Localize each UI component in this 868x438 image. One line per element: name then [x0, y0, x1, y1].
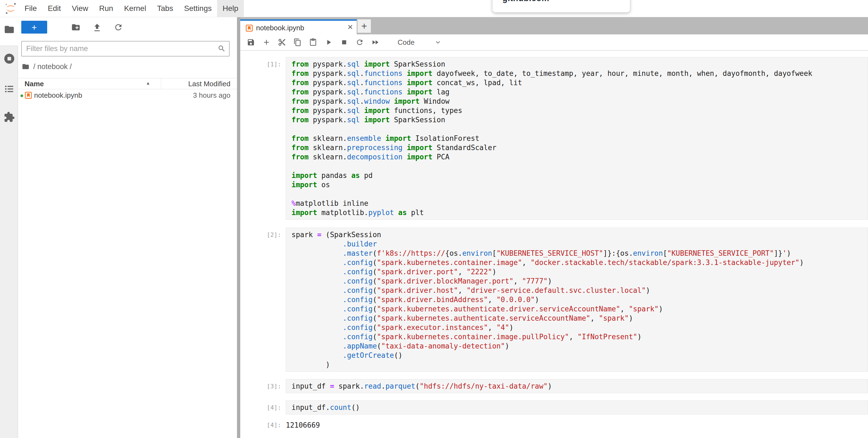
refresh-file-list-icon[interactable]	[114, 23, 123, 32]
code-line: .config("spark.kubernetes.container.imag…	[291, 258, 868, 267]
panel-splitter[interactable]	[237, 17, 240, 438]
notebook-toolbar: Code	[240, 34, 868, 51]
new-launcher-button[interactable]: +	[21, 21, 47, 34]
main-area: notebook.ipynb × +	[240, 17, 868, 438]
menu-view[interactable]: View	[66, 0, 94, 17]
notebook-cells: [1]:from pyspark.sql import SparkSession…	[240, 51, 868, 438]
active-tab-accent	[240, 19, 357, 21]
code-line: .config("spark.driver.blockManager.port"…	[291, 276, 868, 286]
code-editor[interactable]: input_df.count()	[286, 400, 868, 414]
notebook-file-icon	[24, 91, 32, 99]
code-line: import os	[291, 180, 868, 189]
tab-bar: notebook.ipynb × +	[240, 17, 868, 34]
close-tab-icon[interactable]: ×	[347, 22, 353, 32]
tab-notebook[interactable]: notebook.ipynb ×	[240, 19, 357, 34]
code-line: from sklearn.decomposition import PCA	[291, 152, 868, 162]
menu-help[interactable]: Help	[217, 0, 244, 17]
file-list-item[interactable]: notebook.ipynb 3 hours ago	[18, 89, 237, 102]
menu-tabs[interactable]: Tabs	[152, 0, 179, 17]
code-line: spark = (SparkSession	[291, 230, 868, 239]
code-editor[interactable]: from pyspark.sql import SparkSessionfrom…	[286, 57, 868, 220]
code-line: .config("spark.driver.host", "driver-ser…	[291, 286, 868, 295]
code-cell[interactable]: [1]:from pyspark.sql import SparkSession…	[240, 57, 868, 220]
upload-icon[interactable]	[92, 23, 102, 32]
output-area: [4]:12106669	[240, 418, 868, 430]
popup-url-text: github.com	[502, 0, 549, 3]
code-line: from pyspark.sql import SparkSession	[291, 59, 868, 69]
code-line: .builder	[291, 239, 868, 249]
code-line	[291, 124, 868, 134]
code-editor[interactable]: input_df = spark.read.parquet("hdfs://hd…	[286, 379, 868, 393]
code-line: from pyspark.sql.functions import dayofw…	[291, 69, 868, 78]
execution-prompt: [2]:	[240, 228, 286, 372]
cut-cells-icon[interactable]	[278, 38, 286, 47]
menu-items: File Edit View Run Kernel Tabs Settings …	[19, 0, 244, 17]
code-cell[interactable]: [4]:input_df.count()	[240, 400, 868, 414]
home-folder-icon[interactable]	[22, 63, 29, 70]
search-icon	[218, 45, 226, 53]
save-icon[interactable]	[247, 38, 255, 47]
code-line: .config("spark.executor.instances", "4")	[291, 323, 868, 332]
breadcrumb: / notebook /	[18, 61, 237, 72]
code-line: import pandas as pd	[291, 171, 868, 180]
code-line: .getOrCreate()	[291, 351, 868, 360]
code-line: .master(f'k8s://https://{os.environ["KUB…	[291, 249, 868, 258]
running-kernels-icon[interactable]	[3, 53, 15, 65]
code-line: from pyspark.sql.window import Window	[291, 97, 868, 106]
new-tab-button[interactable]: +	[358, 19, 371, 33]
code-line: .appName("taxi-data-anomaly-detection")	[291, 341, 868, 351]
code-line: .config("spark.kubernetes.container.imag…	[291, 332, 868, 341]
file-browser-icon[interactable]	[4, 24, 15, 35]
kernel-running-dot	[21, 94, 23, 97]
menu-kernel[interactable]: Kernel	[119, 0, 152, 17]
column-header-last-modified[interactable]: Last Modified	[188, 80, 230, 88]
interrupt-kernel-icon[interactable]	[340, 38, 348, 47]
file-name: notebook.ipynb	[34, 91, 82, 99]
new-folder-icon[interactable]	[71, 23, 81, 32]
filter-files-wrap	[21, 41, 229, 57]
sort-ascending-icon[interactable]: ▲	[146, 81, 150, 86]
table-of-contents-icon[interactable]	[4, 84, 14, 94]
add-cell-icon[interactable]	[262, 38, 271, 47]
code-line: input_df.count()	[291, 403, 868, 412]
output-prompt: [4]:	[240, 418, 286, 430]
menu-edit[interactable]: Edit	[42, 0, 66, 17]
code-editor[interactable]: spark = (SparkSession .builder .master(f…	[286, 228, 868, 372]
restart-run-all-icon[interactable]	[371, 38, 379, 47]
code-line: from pyspark.sql import SparkSession	[291, 115, 868, 124]
menu-settings[interactable]: Settings	[179, 0, 217, 17]
paste-cells-icon[interactable]	[309, 38, 317, 47]
cell-type-select[interactable]: Code	[398, 38, 414, 47]
extension-manager-icon[interactable]	[4, 111, 15, 123]
code-line: from pyspark.sql.functions import concat…	[291, 78, 868, 87]
column-header-name[interactable]: Name	[25, 80, 44, 88]
filter-files-input[interactable]	[21, 41, 229, 57]
code-line: .config("spark.kubernetes.authenticate.s…	[291, 314, 868, 323]
code-cell[interactable]: [2]:spark = (SparkSession .builder .mast…	[240, 228, 868, 372]
menu-run[interactable]: Run	[94, 0, 119, 17]
browser-popup: github.com	[492, 0, 630, 12]
menu-bar: File Edit View Run Kernel Tabs Settings …	[0, 0, 868, 17]
code-line: from pyspark.sql.functions import lag	[291, 87, 868, 97]
run-cell-icon[interactable]	[324, 38, 333, 47]
chevron-down-icon[interactable]	[434, 39, 441, 46]
menu-file[interactable]: File	[19, 0, 42, 17]
left-activity-bar	[0, 17, 18, 438]
code-cell[interactable]: [3]:input_df = spark.read.parquet("hdfs:…	[240, 379, 868, 393]
breadcrumb-path[interactable]: / notebook /	[33, 62, 72, 71]
code-line: from sklearn.preprocessing import Standa…	[291, 143, 868, 152]
execution-prompt: [4]:	[240, 400, 286, 414]
file-list-header: Name ▲ Last Modified	[18, 78, 237, 89]
restart-kernel-icon[interactable]	[355, 38, 364, 47]
file-browser-panel: + / notebook / Name ▲	[18, 17, 237, 438]
code-line: .config("spark.kubernetes.authenticate.d…	[291, 304, 868, 314]
notebook-file-icon	[245, 24, 253, 32]
tab-title: notebook.ipynb	[256, 24, 304, 32]
output-text: 12106669	[286, 418, 320, 430]
copy-cells-icon[interactable]	[293, 38, 302, 47]
code-line: %matplotlib inline	[291, 199, 868, 208]
file-last-modified: 3 hours ago	[193, 91, 230, 99]
execution-prompt: [1]:	[240, 57, 286, 220]
code-line: from pyspark.sql import functions, types	[291, 106, 868, 115]
code-line	[291, 162, 868, 171]
